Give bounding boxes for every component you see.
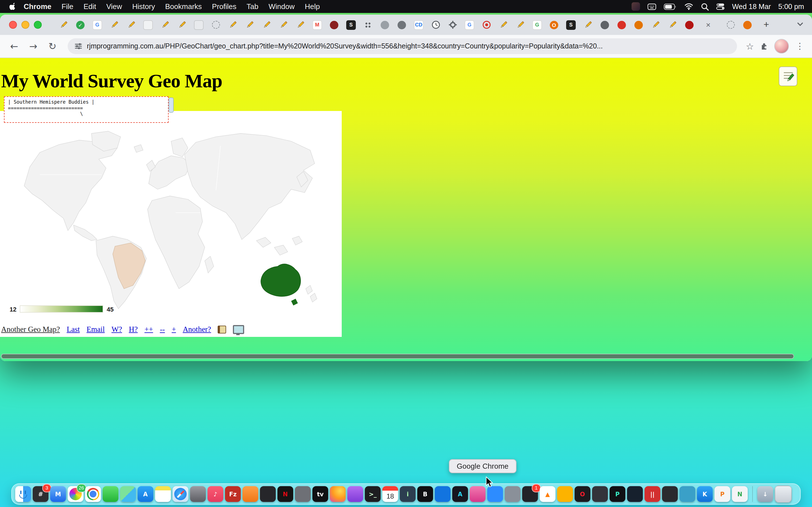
window-close-button[interactable]: [9, 21, 17, 29]
page-link--[interactable]: +: [172, 325, 176, 334]
page-link--[interactable]: ++: [144, 325, 153, 334]
dock-app-tv-icon[interactable]: tv: [312, 486, 328, 502]
address-bar[interactable]: rjmprogramming.com.au/PHP/GeoChart/geo_c…: [68, 38, 737, 54]
page-link-last[interactable]: Last: [66, 325, 80, 334]
pinned-tab-pencil-icon[interactable]: [126, 20, 136, 30]
dock-app-opera-icon[interactable]: O: [574, 486, 591, 502]
page-link-email[interactable]: Email: [87, 325, 105, 334]
pinned-tab-dot-icon[interactable]: [743, 20, 752, 30]
map-region-sea-islands-2[interactable]: [274, 245, 288, 255]
menu-item-chrome[interactable]: Chrome: [18, 2, 56, 11]
pinned-tab-gear-icon[interactable]: [448, 20, 457, 30]
pinned-tab-pencil-icon[interactable]: [515, 20, 525, 30]
menu-clock-time[interactable]: 5:00 pm: [778, 3, 804, 10]
horizontal-scrollbar[interactable]: [1, 354, 794, 359]
pinned-tab-target-icon[interactable]: [481, 20, 491, 30]
map-region-iceland[interactable]: [134, 145, 143, 152]
page-link-w-[interactable]: W?: [111, 325, 122, 334]
pinned-tab-pencil-icon[interactable]: [583, 20, 593, 30]
dock-app-gray-app-2-icon[interactable]: [505, 486, 520, 502]
map-region-new-zealand-south[interactable]: [310, 293, 317, 302]
dock-app-terminal-icon[interactable]: >_: [365, 486, 380, 502]
menu-item-tab[interactable]: Tab: [242, 2, 264, 11]
pinned-tab-pencil-icon[interactable]: [499, 20, 508, 30]
map-region-sea-islands-3[interactable]: [292, 236, 303, 245]
pinned-tab-sq-icon[interactable]: S: [346, 20, 356, 30]
pinned-tab-sq-icon[interactable]: [143, 20, 153, 30]
menu-extra-app-icon[interactable]: [632, 2, 640, 11]
dock-app-vlc-icon[interactable]: ▲: [540, 486, 555, 502]
browser-menu-kebab-icon[interactable]: ⋮: [794, 41, 806, 51]
window-zoom-button[interactable]: [34, 21, 42, 29]
pinned-tab-pencil-icon[interactable]: [228, 20, 238, 30]
pinned-tab-pencil-icon[interactable]: [177, 20, 187, 30]
pinned-tab-pencil-icon[interactable]: [296, 20, 305, 30]
extensions-puzzle-icon[interactable]: [760, 42, 769, 51]
menu-item-bookmarks[interactable]: Bookmarks: [160, 2, 207, 11]
dock-app-dark-app-4-icon[interactable]: [662, 486, 678, 502]
pinned-tab-pencil-icon[interactable]: [59, 20, 68, 30]
tab-search-chevron-icon[interactable]: [796, 20, 804, 31]
pinned-tab-sq-icon[interactable]: G: [532, 20, 542, 30]
pinned-tab-sq-icon[interactable]: [194, 20, 204, 30]
pinned-tab-pencil-icon[interactable]: [109, 20, 119, 30]
dock-app-pink-app-icon[interactable]: [470, 486, 486, 502]
pinned-tab-sq-icon[interactable]: CD: [414, 20, 423, 30]
spotlight-icon[interactable]: [701, 3, 709, 10]
pinned-tab-dash-icon[interactable]: [726, 20, 735, 30]
page-link-h-[interactable]: H?: [129, 325, 138, 334]
menu-item-help[interactable]: Help: [300, 2, 325, 11]
menu-item-file[interactable]: File: [56, 2, 79, 11]
notepad-pencil-icon[interactable]: [779, 66, 797, 86]
keyboard-grid-icon[interactable]: [648, 3, 657, 10]
wifi-icon[interactable]: [684, 3, 694, 10]
dock-app-dark-app-3-icon[interactable]: [592, 486, 608, 502]
notebook-icon[interactable]: [218, 326, 226, 334]
pinned-tab-dash-icon[interactable]: [211, 20, 220, 30]
dock-app-bbedit-icon[interactable]: B: [417, 486, 433, 502]
dock-app-trash-icon[interactable]: [775, 486, 792, 503]
dock-app-iterm-icon[interactable]: i: [400, 486, 416, 502]
map-region-sea-islands-1[interactable]: [256, 237, 271, 247]
dock-app-finder-icon[interactable]: [15, 486, 31, 502]
active-tab-close-icon[interactable]: ×: [703, 20, 713, 29]
pinned-tab-dot-icon[interactable]: O: [549, 20, 559, 30]
apple-menu-icon[interactable]: [8, 2, 16, 11]
monitor-icon[interactable]: [233, 325, 245, 334]
pinned-tab-grid-icon[interactable]: [363, 20, 373, 30]
dock-app-photos-icon[interactable]: 26: [68, 486, 84, 502]
pinned-tab-pencil-icon[interactable]: [651, 20, 660, 30]
pinned-tab-pencil-icon[interactable]: [245, 20, 254, 30]
dock-app-filezilla-icon[interactable]: Fz: [225, 486, 241, 502]
pinned-tab-sq-icon[interactable]: G: [465, 20, 474, 30]
dock-app-launchpad-icon[interactable]: #3: [33, 486, 49, 502]
dock-app-mail-icon[interactable]: M: [50, 486, 66, 502]
map-region-north-america[interactable]: [24, 140, 117, 230]
dock-app-pages-icon[interactable]: P: [714, 486, 730, 502]
dock-app-pixelmator-icon[interactable]: P: [610, 486, 625, 502]
dock-app-chrome-icon[interactable]: [85, 486, 101, 502]
pinned-tab-pencil-icon[interactable]: [278, 20, 288, 30]
dock-app-downloads-icon[interactable]: ↓: [757, 486, 773, 502]
pinned-tab-pencil-icon[interactable]: [160, 20, 170, 30]
pinned-tab-dot-icon[interactable]: [684, 20, 694, 30]
pinned-tab-sq-icon[interactable]: S: [566, 20, 576, 30]
dock-app-parallels-icon[interactable]: ||: [645, 486, 660, 502]
battery-icon[interactable]: [664, 3, 677, 10]
profile-avatar[interactable]: [774, 39, 789, 54]
dock-app-sketch-icon[interactable]: [557, 486, 573, 502]
dock-app-dark-app-2-icon[interactable]: 1: [522, 486, 538, 502]
menu-item-view[interactable]: View: [101, 2, 127, 11]
dock-app-steam-icon[interactable]: [627, 486, 643, 502]
pinned-tab-pencil-icon[interactable]: [668, 20, 677, 30]
map-region-madagascar[interactable]: [205, 256, 214, 273]
dock-app-safari-icon[interactable]: [172, 486, 188, 502]
dock-app-netflix-icon[interactable]: N: [277, 486, 293, 502]
map-region-australia[interactable]: [261, 264, 301, 296]
pinned-tab-sq-icon[interactable]: G: [93, 20, 102, 30]
dock-app-blue-app-1-icon[interactable]: [435, 486, 451, 502]
bookmark-star-icon[interactable]: ☆: [746, 41, 754, 52]
pinned-tab-sq-icon[interactable]: M: [312, 20, 322, 30]
pinned-tab-pencil-icon[interactable]: [262, 20, 271, 30]
reload-button[interactable]: ↻: [45, 39, 60, 54]
